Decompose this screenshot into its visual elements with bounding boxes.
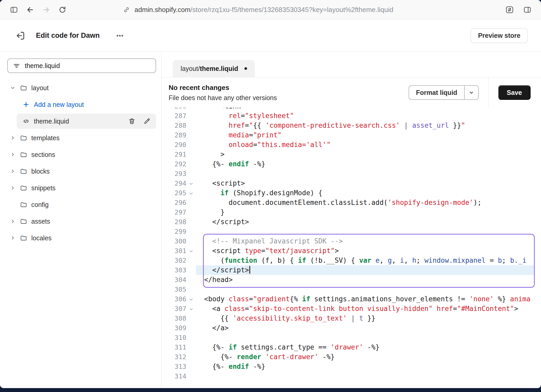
code-line-312[interactable]: 312 {%- render 'cart-drawer' -%} (162, 352, 541, 362)
code-lines[interactable]: 286 <link287 rel="stylesheet"288 href="{… (162, 108, 541, 381)
chevron-down-icon[interactable] (10, 85, 16, 90)
code-line-294[interactable]: 294 <script> (162, 179, 541, 188)
back-button-icon[interactable] (26, 5, 34, 14)
code-text[interactable]: (function (f, b) { if (!b.__SV) { var e,… (196, 256, 541, 265)
tree-item-locales[interactable]: locales (0, 230, 161, 246)
extensions-icon[interactable] (505, 5, 514, 14)
code-text[interactable]: </head> (196, 275, 541, 285)
code-line-289[interactable]: 289 media="print" (162, 130, 541, 140)
sidebar-toggle-icon[interactable] (9, 5, 18, 14)
code-text[interactable]: </a> (196, 323, 541, 333)
code-text[interactable]: onload="this.media='all'" (196, 140, 541, 150)
fold-toggle-icon[interactable] (186, 181, 196, 186)
fold-toggle-icon[interactable] (186, 248, 196, 254)
code-line-300[interactable]: 300 <!-- Mixpanel Javascript SDK --> (162, 236, 541, 246)
code-text[interactable] (196, 333, 541, 342)
code-line-313[interactable]: 313 {%- endif -%} (162, 362, 541, 371)
code-line-307[interactable]: 307 <a class="skip-to-content-link butto… (162, 304, 541, 314)
code-line-291[interactable]: 291 > (162, 150, 541, 159)
chevron-right-icon[interactable] (10, 219, 16, 224)
preview-store-button[interactable]: Preview store (471, 28, 528, 43)
chevron-right-icon[interactable] (10, 152, 16, 157)
exit-button[interactable] (15, 30, 27, 42)
code-line-310[interactable]: 310 (162, 333, 541, 342)
code-line-306[interactable]: 306 <body class="gradient{% if settings.… (162, 294, 541, 304)
forward-button-icon[interactable] (42, 5, 51, 14)
tree-item-sections[interactable]: sections (0, 147, 161, 162)
code-line-308[interactable]: 308 {{ 'accessibility.skip_to_text' | t … (162, 314, 541, 323)
tree-item-theme-liquid[interactable]: theme.liquid (17, 114, 156, 129)
tree-item-layout[interactable]: layout (0, 80, 161, 95)
code-text[interactable] (196, 227, 541, 236)
code-text[interactable]: <body class="gradient{% if settings.anim… (196, 294, 541, 304)
code-text[interactable] (196, 371, 541, 381)
code-line-303[interactable]: 303 </script> (162, 265, 541, 275)
tree-item-add-new-layout[interactable]: Add a new layout (0, 97, 161, 112)
code-line-293[interactable]: 293 (162, 169, 541, 179)
code-text[interactable]: href="{{ 'component-predictive-search.cs… (196, 121, 541, 130)
code-text[interactable]: {%- endif -%} (196, 362, 541, 371)
code-line-304[interactable]: 304 </head> (162, 275, 541, 285)
code-line-305[interactable]: 305 (162, 285, 541, 294)
format-liquid-label[interactable]: Format liquid (409, 86, 464, 99)
code-text[interactable]: <link (196, 108, 541, 111)
search-input[interactable] (25, 62, 150, 70)
code-line-298[interactable]: 298 </script> (162, 217, 541, 227)
code-line-288[interactable]: 288 href="{{ 'component-predictive-searc… (162, 121, 541, 130)
code-line-299[interactable]: 299 (162, 227, 541, 236)
code-text[interactable]: <script> (196, 179, 541, 188)
code-text[interactable]: <script type="text/javascript"> (196, 246, 541, 256)
tab-theme-liquid[interactable]: layout/theme.liquid (173, 60, 255, 77)
code-line-286[interactable]: 286 <link (162, 108, 541, 111)
code-text[interactable]: if (Shopify.designMode) { (196, 188, 541, 198)
fold-toggle-icon[interactable] (186, 306, 196, 311)
code-text[interactable]: rel="stylesheet" (196, 111, 541, 121)
code-text[interactable]: <a class="skip-to-content-link button vi… (196, 304, 541, 314)
tree-item-assets[interactable]: assets (0, 214, 161, 229)
code-text[interactable]: document.documentElement.classList.add('… (196, 198, 541, 207)
code-line-287[interactable]: 287 rel="stylesheet" (162, 111, 541, 121)
code-text[interactable]: </script> (196, 265, 535, 275)
code-text[interactable] (196, 285, 541, 294)
code-text[interactable]: > (196, 150, 541, 159)
chevron-right-icon[interactable] (10, 236, 16, 240)
code-text[interactable]: <!-- Mixpanel Javascript SDK --> (196, 236, 541, 246)
delete-file-button[interactable] (128, 117, 136, 125)
format-liquid-caret[interactable] (464, 86, 478, 99)
chevron-right-icon[interactable] (10, 136, 16, 140)
code-line-290[interactable]: 290 onload="this.media='all'" (162, 140, 541, 150)
format-liquid-button[interactable]: Format liquid (409, 85, 478, 100)
code-line-292[interactable]: 292 {%- endif -%} (162, 159, 541, 169)
save-button[interactable]: Save (498, 85, 531, 100)
code-text[interactable]: {%- endif -%} (196, 159, 541, 169)
code-line-296[interactable]: 296 document.documentElement.classList.a… (162, 198, 541, 207)
code-line-314[interactable]: 314 (162, 371, 541, 381)
code-text[interactable]: {%- render 'cart-drawer' -%} (196, 352, 541, 362)
code-text[interactable]: </script> (196, 217, 541, 227)
code-line-301[interactable]: 301 <script type="text/javascript"> (162, 246, 541, 256)
code-line-309[interactable]: 309 </a> (162, 323, 541, 333)
code-line-295[interactable]: 295 if (Shopify.designMode) { (162, 188, 541, 198)
fold-toggle-icon[interactable] (186, 190, 196, 196)
code-text[interactable] (196, 169, 541, 179)
chevron-right-icon[interactable] (10, 186, 16, 190)
tree-item-blocks[interactable]: blocks (0, 164, 161, 179)
code-line-302[interactable]: 302 (function (f, b) { if (!b.__SV) { va… (162, 256, 541, 265)
chevron-right-icon[interactable] (10, 169, 16, 174)
address-bar[interactable]: admin.shopify.com/store/rzq1xu-f5/themes… (122, 5, 393, 14)
code-text[interactable]: media="print" (196, 130, 541, 140)
code-line-297[interactable]: 297 } (162, 207, 541, 217)
tree-item-templates[interactable]: templates (0, 130, 161, 145)
tree-item-config[interactable]: config (0, 197, 161, 212)
file-search-box[interactable] (7, 58, 156, 73)
code-text[interactable]: {%- if settings.cart_type == 'drawer' -%… (196, 342, 541, 352)
code-text[interactable]: {{ 'accessibility.skip_to_text' | t }} (196, 314, 541, 323)
code-line-311[interactable]: 311 {%- if settings.cart_type == 'drawer… (162, 342, 541, 352)
rename-file-button[interactable] (143, 117, 151, 125)
reload-icon[interactable] (58, 5, 67, 14)
right-sidebar-toggle-icon[interactable] (523, 5, 532, 14)
tree-item-snippets[interactable]: snippets (0, 180, 161, 195)
fold-toggle-icon[interactable] (186, 296, 196, 302)
more-actions-button[interactable] (113, 30, 126, 41)
code-text[interactable]: } (196, 207, 541, 217)
